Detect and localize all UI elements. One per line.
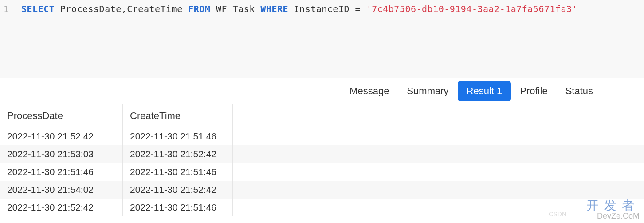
sql-string-value: '7c4b7506-db10-9194-3aa2-1a7fa5671fa3' bbox=[366, 4, 578, 14]
cell-processdate: 2022-11-30 21:52:42 bbox=[0, 199, 123, 216]
table-body: 2022-11-30 21:52:42 2022-11-30 21:51:46 … bbox=[0, 127, 644, 216]
sql-condition: InstanceID = bbox=[294, 4, 366, 14]
tab-profile[interactable]: Profile bbox=[511, 81, 556, 101]
csdn-watermark: CSDN bbox=[549, 211, 566, 218]
cell-createtime: 2022-11-30 21:51:46 bbox=[123, 199, 233, 216]
cell-processdate: 2022-11-30 21:52:42 bbox=[0, 127, 123, 145]
table-row[interactable]: 2022-11-30 21:53:03 2022-11-30 21:52:42 bbox=[0, 145, 644, 163]
table-row[interactable]: 2022-11-30 21:52:42 2022-11-30 21:51:46 bbox=[0, 127, 644, 145]
table-row[interactable]: 2022-11-30 21:51:46 2022-11-30 21:51:46 bbox=[0, 163, 644, 181]
cell-processdate: 2022-11-30 21:51:46 bbox=[0, 163, 123, 181]
cell-createtime: 2022-11-30 21:52:42 bbox=[123, 181, 233, 199]
from-keyword: FROM bbox=[188, 4, 210, 14]
tab-status[interactable]: Status bbox=[557, 81, 602, 101]
select-keyword: SELECT bbox=[21, 4, 55, 14]
sql-editor[interactable]: 1 SELECT ProcessDate,CreateTime FROM WF_… bbox=[0, 0, 644, 78]
tab-summary[interactable]: Summary bbox=[398, 81, 457, 101]
sql-table: WF_Task bbox=[216, 4, 260, 14]
line-number: 1 bbox=[0, 4, 13, 78]
sql-code[interactable]: SELECT ProcessDate,CreateTime FROM WF_Ta… bbox=[13, 4, 577, 78]
where-keyword: WHERE bbox=[260, 4, 288, 14]
sql-columns: ProcessDate,CreateTime bbox=[60, 4, 188, 14]
cell-createtime: 2022-11-30 21:51:46 bbox=[123, 127, 233, 145]
cell-processdate: 2022-11-30 21:54:02 bbox=[0, 181, 123, 199]
tab-result1[interactable]: Result 1 bbox=[458, 81, 511, 101]
cell-createtime: 2022-11-30 21:51:46 bbox=[123, 163, 233, 181]
tab-message[interactable]: Message bbox=[341, 81, 398, 101]
column-header-createtime[interactable]: CreateTime bbox=[123, 104, 233, 127]
result-tabs: Message Summary Result 1 Profile Status bbox=[0, 78, 644, 104]
cell-processdate: 2022-11-30 21:53:03 bbox=[0, 145, 123, 163]
table-row[interactable]: 2022-11-30 21:54:02 2022-11-30 21:52:42 bbox=[0, 181, 644, 199]
column-header-processdate[interactable]: ProcessDate bbox=[0, 104, 123, 127]
results-table: ProcessDate CreateTime 2022-11-30 21:52:… bbox=[0, 104, 644, 216]
cell-createtime: 2022-11-30 21:52:42 bbox=[123, 145, 233, 163]
table-row[interactable]: 2022-11-30 21:52:42 2022-11-30 21:51:46 bbox=[0, 199, 644, 216]
table-header-row: ProcessDate CreateTime bbox=[0, 104, 644, 127]
